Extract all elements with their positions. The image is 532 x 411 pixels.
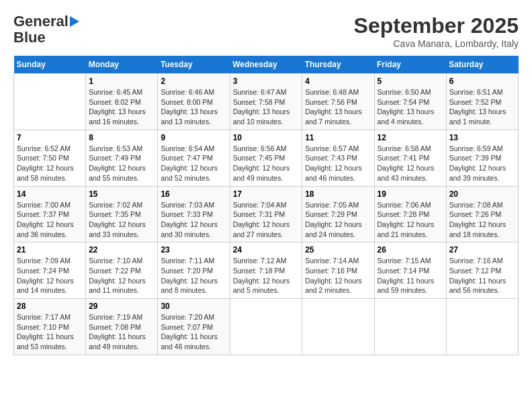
day-of-week-header: Wednesday — [230, 56, 302, 74]
calendar-cell: 1Sunrise: 6:45 AM Sunset: 8:02 PM Daylig… — [86, 74, 158, 130]
day-number: 7 — [17, 133, 83, 142]
day-info: Sunrise: 6:59 AM Sunset: 7:39 PM Dayligh… — [449, 144, 515, 183]
day-info: Sunrise: 6:57 AM Sunset: 7:43 PM Dayligh… — [305, 144, 371, 183]
calendar-cell — [374, 299, 446, 355]
day-number: 8 — [89, 133, 154, 142]
calendar-cell: 23Sunrise: 7:11 AM Sunset: 7:20 PM Dayli… — [158, 242, 230, 299]
calendar-cell: 25Sunrise: 7:14 AM Sunset: 7:16 PM Dayli… — [302, 242, 374, 299]
day-info: Sunrise: 6:58 AM Sunset: 7:41 PM Dayligh… — [378, 144, 443, 183]
calendar-week-row: 21Sunrise: 7:09 AM Sunset: 7:24 PM Dayli… — [14, 242, 519, 299]
calendar-cell — [230, 299, 302, 355]
calendar-week-row: 7Sunrise: 6:52 AM Sunset: 7:50 PM Daylig… — [14, 130, 519, 186]
day-info: Sunrise: 7:15 AM Sunset: 7:14 PM Dayligh… — [378, 256, 443, 295]
day-info: Sunrise: 6:53 AM Sunset: 7:49 PM Dayligh… — [89, 144, 154, 183]
calendar-cell: 7Sunrise: 6:52 AM Sunset: 7:50 PM Daylig… — [14, 130, 86, 186]
calendar-cell: 11Sunrise: 6:57 AM Sunset: 7:43 PM Dayli… — [302, 130, 374, 186]
day-info: Sunrise: 7:06 AM Sunset: 7:28 PM Dayligh… — [378, 200, 443, 240]
calendar-cell: 4Sunrise: 6:48 AM Sunset: 7:56 PM Daylig… — [302, 74, 374, 130]
day-info: Sunrise: 6:54 AM Sunset: 7:47 PM Dayligh… — [161, 144, 226, 183]
calendar-cell: 27Sunrise: 7:16 AM Sunset: 7:12 PM Dayli… — [446, 242, 518, 299]
calendar-cell: 12Sunrise: 6:58 AM Sunset: 7:41 PM Dayli… — [374, 130, 446, 186]
day-info: Sunrise: 6:46 AM Sunset: 8:00 PM Dayligh… — [161, 87, 226, 127]
calendar-cell: 28Sunrise: 7:17 AM Sunset: 7:10 PM Dayli… — [14, 299, 86, 355]
calendar-title-area: September 2025 Cava Manara, Lombardy, It… — [354, 13, 519, 49]
calendar-week-row: 28Sunrise: 7:17 AM Sunset: 7:10 PM Dayli… — [14, 299, 519, 355]
day-number: 4 — [305, 77, 371, 86]
calendar-week-row: 1Sunrise: 6:45 AM Sunset: 8:02 PM Daylig… — [14, 74, 519, 130]
day-info: Sunrise: 7:10 AM Sunset: 7:22 PM Dayligh… — [89, 256, 154, 295]
day-of-week-header: Monday — [86, 56, 158, 74]
calendar-cell: 19Sunrise: 7:06 AM Sunset: 7:28 PM Dayli… — [374, 186, 446, 242]
day-info: Sunrise: 7:12 AM Sunset: 7:18 PM Dayligh… — [233, 256, 300, 295]
calendar-cell — [446, 299, 518, 355]
day-number: 17 — [233, 189, 300, 199]
day-info: Sunrise: 6:50 AM Sunset: 7:54 PM Dayligh… — [378, 87, 443, 127]
day-number: 14 — [17, 189, 83, 199]
day-number: 12 — [378, 133, 443, 142]
day-info: Sunrise: 7:02 AM Sunset: 7:35 PM Dayligh… — [89, 200, 154, 240]
day-number: 24 — [233, 245, 300, 255]
day-info: Sunrise: 7:11 AM Sunset: 7:20 PM Dayligh… — [161, 256, 226, 295]
calendar-cell: 29Sunrise: 7:19 AM Sunset: 7:08 PM Dayli… — [86, 299, 158, 355]
day-number: 30 — [161, 302, 226, 311]
day-info: Sunrise: 7:03 AM Sunset: 7:33 PM Dayligh… — [161, 200, 226, 240]
day-info: Sunrise: 7:14 AM Sunset: 7:16 PM Dayligh… — [305, 256, 371, 295]
day-number: 26 — [378, 245, 443, 255]
calendar-cell — [14, 74, 86, 130]
logo-text-blue: Blue — [13, 30, 46, 46]
calendar-cell: 16Sunrise: 7:03 AM Sunset: 7:33 PM Dayli… — [158, 186, 230, 242]
day-info: Sunrise: 7:08 AM Sunset: 7:26 PM Dayligh… — [449, 200, 515, 240]
calendar-table: SundayMondayTuesdayWednesdayThursdayFrid… — [13, 56, 519, 355]
calendar-cell: 17Sunrise: 7:04 AM Sunset: 7:31 PM Dayli… — [230, 186, 302, 242]
day-number: 2 — [161, 77, 226, 86]
calendar-cell: 10Sunrise: 6:56 AM Sunset: 7:45 PM Dayli… — [230, 130, 302, 186]
day-number: 3 — [233, 77, 300, 86]
calendar-cell: 22Sunrise: 7:10 AM Sunset: 7:22 PM Dayli… — [86, 242, 158, 299]
day-number: 6 — [449, 77, 515, 86]
calendar-cell: 5Sunrise: 6:50 AM Sunset: 7:54 PM Daylig… — [374, 74, 446, 130]
calendar-month-year: September 2025 — [354, 13, 519, 38]
day-info: Sunrise: 7:05 AM Sunset: 7:29 PM Dayligh… — [305, 200, 371, 240]
day-number: 27 — [449, 245, 515, 255]
days-of-week-row: SundayMondayTuesdayWednesdayThursdayFrid… — [14, 56, 519, 74]
day-of-week-header: Thursday — [302, 56, 374, 74]
calendar-cell: 3Sunrise: 6:47 AM Sunset: 7:58 PM Daylig… — [230, 74, 302, 130]
day-number: 5 — [378, 77, 443, 86]
calendar-cell: 30Sunrise: 7:20 AM Sunset: 7:07 PM Dayli… — [158, 299, 230, 355]
calendar-location: Cava Manara, Lombardy, Italy — [354, 38, 519, 49]
day-number: 18 — [305, 189, 371, 199]
calendar-cell: 26Sunrise: 7:15 AM Sunset: 7:14 PM Dayli… — [374, 242, 446, 299]
day-number: 11 — [305, 133, 371, 142]
calendar-cell: 2Sunrise: 6:46 AM Sunset: 8:00 PM Daylig… — [158, 74, 230, 130]
day-of-week-header: Sunday — [14, 56, 86, 74]
day-number: 21 — [17, 245, 83, 255]
day-number: 20 — [449, 189, 515, 199]
calendar-header: SundayMondayTuesdayWednesdayThursdayFrid… — [14, 56, 519, 74]
calendar-cell: 18Sunrise: 7:05 AM Sunset: 7:29 PM Dayli… — [302, 186, 374, 242]
day-number: 9 — [161, 133, 226, 142]
calendar-cell: 8Sunrise: 6:53 AM Sunset: 7:49 PM Daylig… — [86, 130, 158, 186]
day-number: 15 — [89, 189, 154, 199]
day-info: Sunrise: 7:09 AM Sunset: 7:24 PM Dayligh… — [17, 256, 83, 295]
day-info: Sunrise: 6:51 AM Sunset: 7:52 PM Dayligh… — [449, 87, 515, 127]
calendar-body: 1Sunrise: 6:45 AM Sunset: 8:02 PM Daylig… — [14, 74, 519, 355]
day-number: 16 — [161, 189, 226, 199]
calendar-cell: 14Sunrise: 7:00 AM Sunset: 7:37 PM Dayli… — [14, 186, 86, 242]
calendar-cell: 21Sunrise: 7:09 AM Sunset: 7:24 PM Dayli… — [14, 242, 86, 299]
day-number: 23 — [161, 245, 226, 255]
logo-arrow-icon — [70, 16, 79, 27]
day-number: 22 — [89, 245, 154, 255]
calendar-cell: 15Sunrise: 7:02 AM Sunset: 7:35 PM Dayli… — [86, 186, 158, 242]
day-info: Sunrise: 6:52 AM Sunset: 7:50 PM Dayligh… — [17, 144, 83, 183]
day-info: Sunrise: 7:17 AM Sunset: 7:10 PM Dayligh… — [17, 312, 83, 352]
day-number: 19 — [378, 189, 443, 199]
day-info: Sunrise: 6:56 AM Sunset: 7:45 PM Dayligh… — [233, 144, 300, 183]
day-info: Sunrise: 7:00 AM Sunset: 7:37 PM Dayligh… — [17, 200, 83, 240]
calendar-cell: 24Sunrise: 7:12 AM Sunset: 7:18 PM Dayli… — [230, 242, 302, 299]
day-info: Sunrise: 7:19 AM Sunset: 7:08 PM Dayligh… — [89, 312, 154, 352]
day-number: 10 — [233, 133, 300, 142]
day-info: Sunrise: 6:48 AM Sunset: 7:56 PM Dayligh… — [305, 87, 371, 127]
day-info: Sunrise: 7:16 AM Sunset: 7:12 PM Dayligh… — [449, 256, 515, 295]
day-info: Sunrise: 7:20 AM Sunset: 7:07 PM Dayligh… — [161, 312, 226, 352]
day-info: Sunrise: 6:47 AM Sunset: 7:58 PM Dayligh… — [233, 87, 300, 127]
